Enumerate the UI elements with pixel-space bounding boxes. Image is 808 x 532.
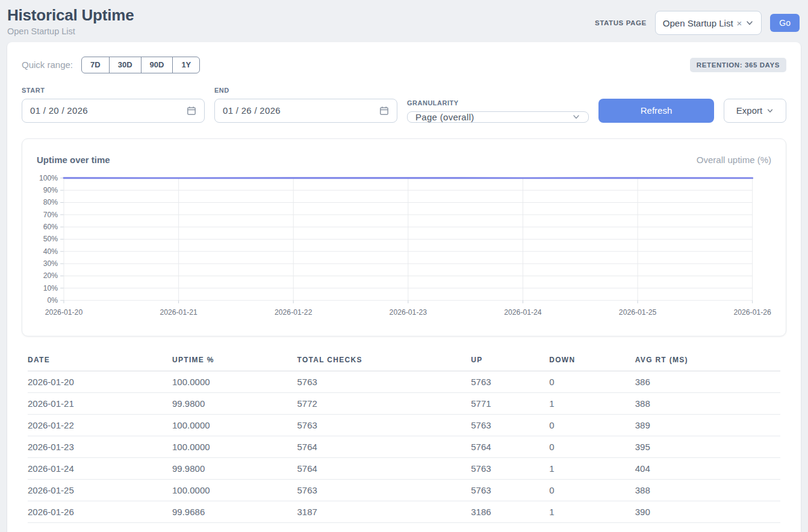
export-button[interactable]: Export	[724, 99, 786, 123]
uptime-line-chart: 0%10%20%30%40%50%60%70%80%90%100%2026-01…	[37, 173, 771, 327]
table-cell: 5763	[471, 457, 549, 479]
quick-range-left: Quick range: 7D 30D 90D 1Y	[22, 57, 200, 73]
table-cell: 5763	[297, 371, 471, 392]
x-tick-label: 2026-01-26	[733, 308, 771, 316]
quick-range-30d-button[interactable]: 30D	[109, 57, 141, 73]
table-cell: 2026-01-21	[28, 392, 172, 414]
status-page-selected-value: Open Startup List	[663, 18, 733, 28]
calendar-icon[interactable]	[187, 106, 196, 116]
x-tick-label: 2026-01-22	[275, 308, 312, 316]
chevron-down-icon	[766, 107, 774, 114]
x-tick-label: 2026-01-21	[160, 308, 197, 316]
start-date-label: START	[22, 87, 205, 94]
table-cell: 5763	[297, 414, 471, 436]
table-cell: 5764	[471, 436, 549, 457]
chart-header: Uptime over time Overall uptime (%)	[37, 150, 771, 173]
table-head: DATEUPTIME %TOTAL CHECKSUPDOWNAVG RT (MS…	[28, 352, 780, 371]
chart-legend: Overall uptime (%)	[697, 155, 771, 165]
calendar-icon[interactable]	[379, 106, 389, 116]
quick-range-7d-button[interactable]: 7D	[81, 57, 110, 73]
table-column-header: UPTIME %	[172, 352, 297, 371]
page-subtitle: Open Startup List	[7, 26, 134, 36]
x-tick-label: 2026-01-24	[504, 308, 542, 316]
table-cell: 0	[549, 436, 635, 457]
quick-range-label: Quick range:	[22, 60, 73, 70]
table-cell: 0	[549, 371, 635, 392]
main-card: Quick range: 7D 30D 90D 1Y RETENTION: 36…	[7, 42, 801, 532]
table-cell: 390	[635, 501, 780, 522]
clear-selection-icon[interactable]: ×	[737, 19, 742, 28]
table-cell: 388	[635, 392, 780, 414]
table-cell: 2026-01-22	[28, 414, 172, 436]
granularity-field: GRANULARITY Page (overall)	[407, 99, 589, 123]
table-cell: 388	[635, 479, 780, 501]
y-tick-label: 70%	[43, 210, 58, 218]
y-tick-label: 40%	[43, 247, 58, 255]
x-tick-label: 2026-01-20	[45, 308, 83, 316]
end-date-field: END 01 / 26 / 2026	[214, 87, 397, 123]
quick-range-90d-button[interactable]: 90D	[141, 57, 173, 73]
table-cell: 1	[549, 501, 635, 522]
y-tick-label: 80%	[43, 198, 58, 206]
header-right: STATUS PAGE Open Startup List × Go	[595, 11, 800, 35]
end-date-label: END	[214, 87, 397, 94]
table-cell: 99.9800	[172, 457, 297, 479]
table-cell: 5763	[297, 479, 471, 501]
status-page-select[interactable]: Open Startup List ×	[655, 11, 762, 35]
table-cell: 389	[635, 414, 780, 436]
y-tick-label: 30%	[43, 259, 58, 268]
quick-range-group: 7D 30D 90D 1Y	[81, 57, 200, 73]
table-cell: 5764	[297, 457, 471, 479]
uptime-table-wrap: DATEUPTIME %TOTAL CHECKSUPDOWNAVG RT (MS…	[22, 352, 786, 523]
title-block: Historical Uptime Open Startup List	[7, 6, 134, 36]
start-date-input[interactable]: 01 / 20 / 2026	[22, 99, 205, 123]
table-cell: 1	[549, 392, 635, 414]
table-cell: 99.9800	[172, 392, 297, 414]
table-cell: 100.0000	[172, 371, 297, 392]
x-tick-label: 2026-01-23	[390, 308, 427, 316]
filter-controls-row: START 01 / 20 / 2026 END 01 / 26 / 2026 …	[22, 87, 786, 123]
end-date-value: 01 / 26 / 2026	[223, 105, 281, 116]
y-tick-label: 0%	[48, 296, 58, 305]
table-cell: 5772	[297, 392, 471, 414]
table-cell: 2026-01-23	[28, 436, 172, 457]
granularity-value: Page (overall)	[415, 112, 474, 122]
granularity-label: GRANULARITY	[407, 99, 589, 107]
chevron-down-icon	[745, 19, 754, 27]
chevron-down-icon	[572, 113, 580, 121]
table-cell: 1	[549, 457, 635, 479]
table-cell: 99.9686	[172, 501, 297, 522]
refresh-button[interactable]: Refresh	[598, 99, 714, 123]
table-cell: 100.0000	[172, 414, 297, 436]
uptime-table: DATEUPTIME %TOTAL CHECKSUPDOWNAVG RT (MS…	[28, 352, 780, 523]
table-cell: 5763	[471, 371, 549, 392]
y-tick-label: 10%	[43, 283, 58, 292]
table-cell: 0	[549, 479, 635, 501]
quick-range-1y-button[interactable]: 1Y	[172, 57, 200, 73]
table-column-header: DOWN	[549, 352, 635, 371]
table-row: 2026-01-25100.0000576357630388	[28, 479, 780, 501]
table-row: 2026-01-22100.0000576357630389	[28, 414, 780, 436]
granularity-select[interactable]: Page (overall)	[407, 111, 589, 123]
table-cell: 5763	[471, 414, 549, 436]
y-tick-label: 100%	[39, 173, 58, 182]
y-tick-label: 50%	[43, 235, 58, 243]
chart-canvas: 0%10%20%30%40%50%60%70%80%90%100%2026-01…	[37, 173, 771, 327]
quick-range-row: Quick range: 7D 30D 90D 1Y RETENTION: 36…	[22, 57, 786, 73]
table-row: 2026-01-2699.9686318731861390	[28, 501, 780, 522]
table-row: 2026-01-20100.0000576357630386	[28, 371, 780, 392]
table-cell: 0	[549, 414, 635, 436]
table-column-header: AVG RT (MS)	[635, 352, 780, 371]
x-tick-label: 2026-01-25	[619, 308, 657, 316]
table-cell: 5771	[471, 392, 549, 414]
table-cell: 5764	[297, 436, 471, 457]
end-date-input[interactable]: 01 / 26 / 2026	[214, 99, 397, 123]
table-cell: 5763	[471, 479, 549, 501]
table-cell: 2026-01-24	[28, 457, 172, 479]
table-cell: 100.0000	[172, 436, 297, 457]
table-row: 2026-01-23100.0000576457640395	[28, 436, 780, 457]
page-header: Historical Uptime Open Startup List STAT…	[0, 0, 808, 42]
table-cell: 2026-01-26	[28, 501, 172, 522]
table-cell: 2026-01-20	[28, 371, 172, 392]
go-button[interactable]: Go	[770, 14, 800, 32]
